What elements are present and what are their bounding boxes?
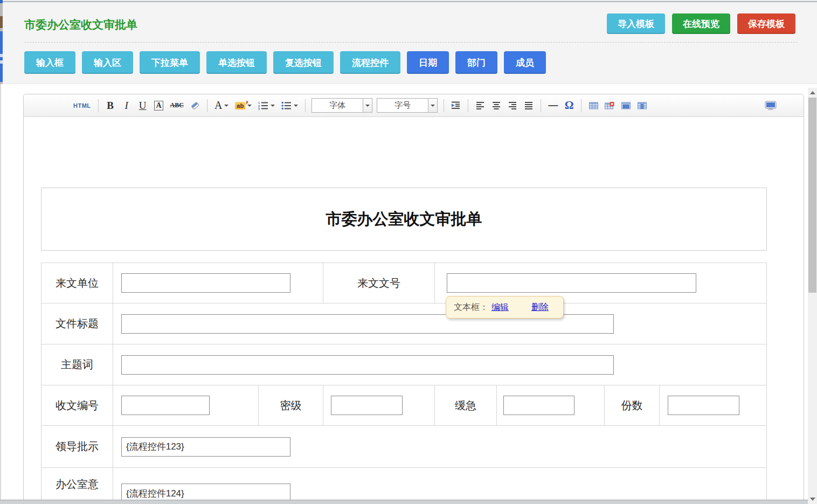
copies-input[interactable] [668, 396, 739, 415]
toolbar-separator [468, 99, 468, 112]
fullscreen-button[interactable] [764, 98, 778, 113]
cell-properties-button[interactable] [636, 98, 648, 113]
leader-note-input[interactable] [121, 437, 290, 457]
highlight-color-button[interactable]: ab [234, 98, 253, 113]
cell-from-unit [113, 263, 323, 303]
tooltip-label: 文本框： [454, 302, 488, 313]
font-size-select[interactable]: 字号 [377, 98, 438, 113]
urgency-input[interactable] [503, 396, 574, 415]
arrow-down-icon [810, 498, 815, 501]
editor-canvas[interactable]: 市委办公室收文审批单 来文单位 来文文号 文件标题 [24, 117, 804, 504]
widget-textarea-button[interactable]: 输入区 [82, 51, 133, 74]
eraser-icon [190, 101, 200, 111]
cell-subject [113, 344, 766, 385]
cell-receive-no [113, 385, 259, 425]
table-row: 来文单位 来文文号 [41, 263, 766, 303]
online-preview-button[interactable]: 在线预览 [672, 13, 730, 34]
ordered-list-icon: 1 2 3 [258, 101, 268, 110]
widget-flow-control-button[interactable]: 流程控件 [340, 51, 400, 74]
form-title: 市委办公室收文审批单 [326, 209, 482, 230]
label-from-unit: 来文单位 [41, 263, 113, 303]
widget-member-button[interactable]: 成员 [504, 51, 546, 74]
cell-urgency [497, 385, 605, 425]
scroll-down-button[interactable] [808, 495, 817, 503]
chevron-down-icon [431, 105, 435, 107]
align-justify-button[interactable] [523, 98, 535, 113]
label-urgency: 缓急 [435, 385, 497, 425]
label-doc-no: 来文文号 [323, 263, 435, 303]
table-row: 主题词 [41, 344, 766, 385]
strikethrough-button[interactable]: ABC [169, 98, 185, 113]
align-right-button[interactable] [507, 98, 518, 113]
align-left-button[interactable] [474, 98, 486, 113]
font-color-button[interactable]: A [213, 98, 230, 113]
delete-table-button[interactable] [604, 98, 615, 113]
toolbar-separator [207, 99, 207, 112]
chevron-down-icon [365, 105, 370, 107]
svg-text:3: 3 [258, 107, 260, 110]
widget-radio-button[interactable]: 单选按钮 [206, 51, 267, 74]
chevron-down-icon [294, 105, 298, 107]
highlight-icon: ab [235, 102, 245, 109]
secrecy-input[interactable] [331, 396, 403, 415]
left-edge-blue-top [0, 0, 3, 3]
widget-department-button[interactable]: 部门 [455, 51, 497, 74]
doc-no-input[interactable] [447, 273, 696, 293]
italic-button[interactable]: I [121, 98, 133, 113]
chevron-down-icon [247, 105, 252, 107]
select-arrow-button[interactable] [428, 99, 437, 112]
table-row: 办公室意 [41, 468, 766, 504]
underline-button[interactable]: U [137, 98, 149, 113]
ordered-list-button[interactable]: 1 2 3 [257, 98, 276, 113]
receive-no-input[interactable] [121, 396, 210, 415]
header-divider [24, 42, 798, 43]
scrollbar-thumb[interactable] [808, 98, 816, 293]
label-secrecy: 密级 [259, 385, 323, 425]
chevron-down-icon [224, 105, 229, 107]
source-code-button[interactable]: HTML [72, 98, 92, 113]
character-border-icon[interactable]: A [154, 101, 163, 111]
table-row: 领导批示 [41, 426, 766, 468]
header-actions: 导入模板 在线预览 保存模板 [607, 13, 795, 34]
table-row: 文件标题 [41, 303, 766, 344]
vertical-scrollbar[interactable] [808, 88, 817, 504]
widget-button-row: 输入框 输入区 下拉菜单 单选按钮 复选按钮 流程控件 日期 部门 成员 [24, 51, 546, 74]
widget-input-box-button[interactable]: 输入框 [24, 51, 75, 74]
bold-button[interactable]: B [105, 98, 116, 113]
horizontal-rule-button[interactable]: — [547, 98, 559, 113]
scroll-up-button[interactable] [808, 88, 817, 96]
window-bottom-edge [0, 500, 808, 504]
toolbar-separator [305, 99, 306, 112]
save-template-button[interactable]: 保存模板 [737, 13, 795, 34]
widget-checkbox-button[interactable]: 复选按钮 [273, 51, 334, 74]
from-unit-input[interactable] [121, 273, 290, 293]
indent-icon [451, 101, 461, 109]
unordered-list-button[interactable] [280, 98, 299, 113]
unordered-list-icon [281, 101, 292, 110]
insert-table-button[interactable] [587, 98, 599, 113]
edit-link[interactable]: 编辑 [491, 302, 509, 313]
arrow-up-icon [810, 91, 815, 94]
widget-date-button[interactable]: 日期 [407, 51, 449, 74]
select-arrow-button[interactable] [363, 99, 372, 112]
table-properties-button[interactable] [620, 98, 632, 113]
label-copies: 份数 [605, 385, 660, 425]
cell-copies [660, 385, 766, 425]
left-edge-blue-segment [0, 31, 3, 82]
import-template-button[interactable]: 导入模板 [607, 13, 665, 34]
widget-dropdown-button[interactable]: 下拉菜单 [140, 51, 200, 74]
label-receive-no: 收文编号 [41, 385, 113, 425]
align-center-button[interactable] [490, 98, 502, 113]
subject-input[interactable] [121, 355, 614, 375]
font-family-select[interactable]: 字体 [311, 98, 372, 113]
label-office-opinion: 办公室意 [41, 468, 113, 504]
form-table: 来文单位 来文文号 文件标题 [41, 263, 767, 504]
special-character-button[interactable]: Ω [563, 98, 575, 113]
widget-tooltip: 文本框： 编辑 删除 [446, 296, 564, 319]
indent-button[interactable] [450, 98, 462, 113]
delete-link[interactable]: 删除 [531, 302, 549, 313]
toolbar-separator [541, 99, 541, 112]
cell-properties-icon [638, 102, 647, 109]
chevron-down-icon [271, 105, 275, 107]
remove-format-button[interactable] [189, 98, 201, 113]
